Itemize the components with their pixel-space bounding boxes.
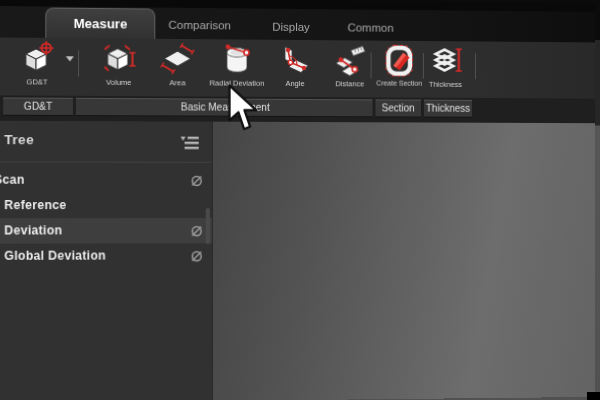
thickness-button[interactable]: Thickness — [416, 43, 475, 97]
angle-label: Angle — [265, 79, 325, 88]
tree-panel-header: Tree — [0, 121, 212, 163]
radial-deviation-icon — [219, 41, 255, 77]
tree-panel: Tree Scan Reference — [0, 121, 213, 400]
separator — [475, 53, 476, 79]
thickness-label: Thickness — [416, 80, 475, 89]
ribbon-tab-bar: Measure Comparison Display Common — [0, 0, 595, 42]
eye-slash-icon[interactable] — [190, 224, 204, 238]
group-thickness: Thickness — [424, 100, 472, 117]
tree-options-icon[interactable] — [180, 135, 200, 151]
viewport-3d[interactable] — [212, 122, 595, 400]
tab-common[interactable]: Common — [334, 18, 407, 41]
tree-item-reference[interactable]: Reference — [0, 193, 212, 218]
gdt-label: GD&T — [6, 77, 67, 86]
app-window: Measure Comparison Display Common GD&T — [0, 0, 595, 400]
eye-slash-icon[interactable] — [190, 249, 204, 263]
tree-list: Scan Reference Deviation — [0, 167, 212, 269]
ribbon-toolbar: GD&T Volume — [0, 37, 595, 98]
tab-display[interactable]: Display — [254, 17, 328, 41]
tab-measure[interactable]: Measure — [45, 7, 155, 39]
group-basic-measurement: Basic Measurement — [76, 98, 373, 116]
volume-button[interactable]: Volume — [88, 40, 149, 95]
volume-icon — [100, 40, 137, 77]
tree-item-scan[interactable]: Scan — [0, 167, 212, 192]
corner-artifact — [587, 392, 600, 400]
mouse-cursor-icon — [226, 84, 258, 134]
eye-slash-icon[interactable] — [190, 174, 204, 188]
tree-item-deviation[interactable]: Deviation — [0, 218, 212, 244]
volume-label: Volume — [88, 78, 149, 87]
main-area: Tree Scan Reference — [0, 121, 595, 400]
distance-icon — [332, 42, 368, 78]
group-gdt: GD&T — [3, 97, 73, 115]
gdt-icon — [19, 40, 56, 77]
thickness-icon — [428, 43, 463, 79]
angle-button[interactable]: Angle — [265, 42, 325, 96]
area-icon — [159, 41, 195, 77]
screenshot-frame: Measure Comparison Display Common GD&T — [0, 0, 600, 400]
ribbon-group-strip: GD&T Basic Measurement Section Thickness — [0, 95, 595, 123]
separator — [78, 50, 79, 76]
angle-icon — [277, 42, 313, 78]
panel-splitter-handle[interactable] — [206, 208, 210, 244]
group-section: Section — [376, 99, 421, 116]
area-label: Area — [147, 78, 208, 87]
tab-comparison[interactable]: Comparison — [157, 14, 242, 40]
tree-item-global-deviation[interactable]: Global Deviation — [0, 243, 212, 269]
gdt-button[interactable]: GD&T — [6, 40, 67, 95]
create-section-icon — [381, 43, 417, 79]
tree-panel-title: Tree — [4, 132, 34, 147]
area-button[interactable]: Area — [147, 41, 208, 96]
dropdown-arrow-icon[interactable] — [66, 56, 74, 61]
